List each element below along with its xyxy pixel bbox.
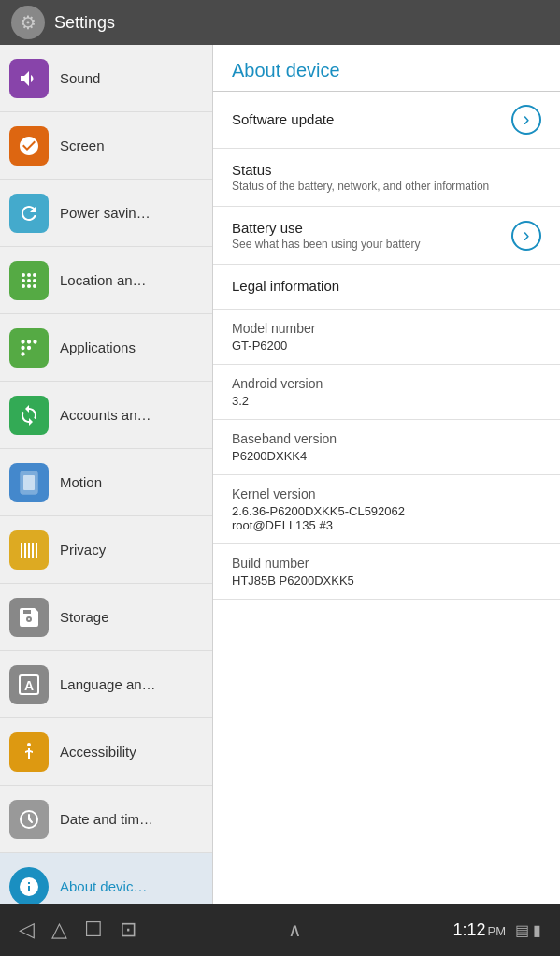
sidebar-item-screen[interactable]: Screen [0,112,212,180]
sidebar-label-applications: Applications [60,340,136,355]
language-icon: A [9,665,49,704]
status-icons: ▤ ▮ [515,921,541,939]
content-header: About device [213,45,560,92]
motion-icon [9,463,49,502]
sidebar-label-accessibility: Accessibility [60,744,136,760]
setting-row-1: StatusStatus of the battery, network, an… [213,149,560,207]
setting-row-3: Legal information [213,265,560,310]
arrow-icon-2: › [511,221,541,251]
svg-text:A: A [24,678,34,693]
svg-point-3 [22,279,25,282]
svg-rect-15 [36,543,37,558]
sidebar-label-datetime: Date and tim… [60,811,153,827]
info-value-0: GT-P6200 [232,339,541,353]
sidebar-label-motion: Motion [60,474,102,490]
svg-rect-10 [23,475,35,490]
sidebar-item-applications[interactable]: Applications [0,314,212,382]
main-layout: SoundScreenPower savin…Location an…Appli… [0,45,560,904]
settings-icon: ⚙ [11,6,45,39]
svg-rect-12 [24,543,26,558]
sidebar-label-sound: Sound [60,70,100,86]
sidebar-item-power[interactable]: Power savin… [0,180,212,247]
sidebar-item-language[interactable]: ALanguage an… [0,651,212,718]
sidebar-item-privacy[interactable]: Privacy [0,516,212,584]
svg-point-7 [27,284,31,288]
nav-right: 1:12PM ▤ ▮ [452,920,541,940]
setting-title-1: Status [232,162,541,178]
nav-center-up[interactable]: ∧ [288,919,302,941]
accessibility-icon [9,732,49,772]
back-icon[interactable]: ◁ [19,918,35,942]
svg-point-5 [33,279,36,282]
svg-point-0 [22,273,25,277]
power-icon [9,194,49,233]
sidebar-item-location[interactable]: Location an… [0,247,212,314]
arrow-icon-0: › [511,105,541,135]
top-bar-title: Settings [54,13,115,33]
nav-bar: ◁ △ ☐ ⊡ ∧ 1:12PM ▤ ▮ [0,904,560,956]
sidebar-item-about[interactable]: About devic… [0,853,212,904]
info-value-4: HTJ85B P6200DXKK5 [232,573,541,587]
setting-row-0[interactable]: Software update› [213,92,560,149]
applications-icon [9,328,49,368]
content-panel: About device Software update›StatusStatu… [213,45,560,904]
home-icon[interactable]: △ [51,918,67,942]
sidebar-label-about: About devic… [60,878,147,894]
accounts-icon [9,396,49,435]
info-row-3: Kernel version2.6.36-P6200DXKK5-CL592062… [213,475,560,544]
privacy-icon [9,530,49,570]
recent-icon[interactable]: ☐ [84,918,103,942]
screen-icon [9,126,49,166]
sidebar-item-sound[interactable]: Sound [0,45,212,112]
info-title-0: Model number [232,321,541,336]
datetime-icon [9,800,49,839]
svg-point-8 [33,284,36,288]
setting-title-2: Battery use [232,220,511,236]
setting-title-3: Legal information [232,278,541,294]
location-icon [9,261,49,300]
sidebar-label-privacy: Privacy [60,542,106,558]
svg-rect-11 [21,543,22,558]
info-title-2: Baseband version [232,431,541,446]
info-value-1: 3.2 [232,394,541,408]
svg-point-2 [33,273,36,277]
split-icon[interactable]: ⊡ [120,918,136,942]
battery-icon: ▮ [533,921,541,939]
info-value-3: 2.6.36-P6200DXKK5-CL592062 root@DELL135 … [232,504,541,532]
wifi-icon: ▤ [515,921,529,939]
top-bar: ⚙ Settings [0,0,560,45]
about-icon [9,867,49,905]
info-title-3: Kernel version [232,486,541,501]
sound-icon [9,59,49,98]
info-row-1: Android version3.2 [213,365,560,420]
info-value-2: P6200DXKK4 [232,449,541,463]
sidebar-item-datetime[interactable]: Date and tim… [0,786,212,853]
sidebar-item-storage[interactable]: Storage [0,584,212,651]
svg-point-1 [27,273,31,277]
storage-icon [9,598,49,637]
setting-row-2[interactable]: Battery useSee what has been using your … [213,207,560,265]
info-title-1: Android version [232,376,541,391]
setting-subtitle-1: Status of the battery, network, and othe… [232,180,541,193]
sidebar: SoundScreenPower savin…Location an…Appli… [0,45,213,904]
sidebar-label-accounts: Accounts an… [60,407,151,423]
sidebar-label-screen: Screen [60,138,105,153]
svg-rect-13 [28,543,30,558]
sidebar-item-motion[interactable]: Motion [0,449,212,516]
setting-subtitle-2: See what has been using your battery [232,238,511,251]
info-row-0: Model numberGT-P6200 [213,310,560,365]
content-title: About device [232,60,340,80]
sidebar-label-language: Language an… [60,676,156,692]
setting-title-0: Software update [232,111,511,127]
svg-point-4 [27,279,31,282]
info-row-2: Baseband versionP6200DXKK4 [213,420,560,475]
sidebar-label-storage: Storage [60,609,109,625]
svg-rect-14 [32,543,34,558]
info-row-4: Build numberHTJ85B P6200DXKK5 [213,544,560,600]
svg-point-6 [22,284,25,288]
sidebar-label-power: Power savin… [60,205,151,221]
nav-time: 1:12PM [452,920,506,940]
sidebar-item-accounts[interactable]: Accounts an… [0,382,212,449]
sidebar-item-accessibility[interactable]: Accessibility [0,718,212,786]
sidebar-label-location: Location an… [60,272,147,288]
